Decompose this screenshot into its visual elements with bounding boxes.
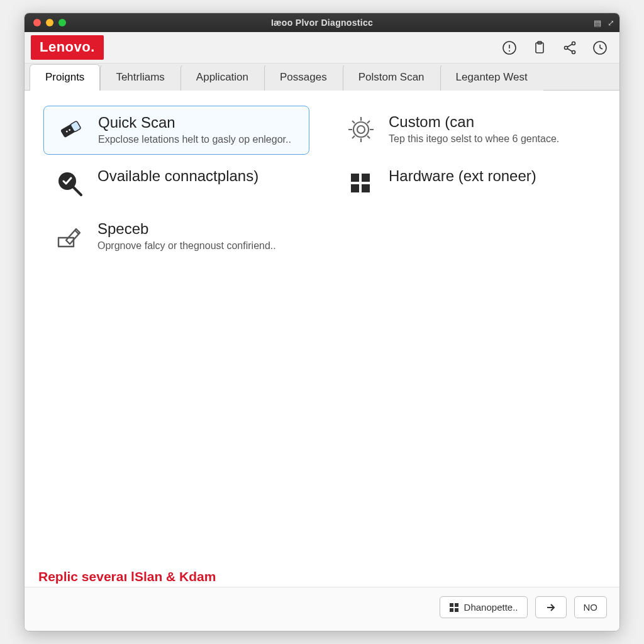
lenovo-logo: Lenovo. xyxy=(31,35,104,60)
svg-point-6 xyxy=(565,46,568,49)
svg-point-18 xyxy=(353,122,369,137)
svg-point-5 xyxy=(572,42,575,45)
tab-proignts[interactable]: Proignts xyxy=(30,64,100,91)
card-desc: Oprgnove falcy or thegnoust confiriend.. xyxy=(97,240,276,252)
alert-icon[interactable] xyxy=(501,40,518,56)
footer-note: Replic severaı lSlan & Kdam xyxy=(25,558,619,587)
titlebar-right-controls: ▤ ⤢ xyxy=(594,18,614,28)
svg-point-2 xyxy=(509,50,510,52)
footer-main-button-label: Dhanopette.. xyxy=(464,602,518,613)
svg-point-17 xyxy=(357,126,365,133)
eraser-icon xyxy=(54,114,87,147)
titlebar-expand-icon[interactable]: ⤢ xyxy=(608,18,614,28)
svg-rect-37 xyxy=(450,608,453,612)
titlebar: Iæoo Plvor Diagnosticc ▤ ⤢ xyxy=(25,13,619,32)
edit-note-icon xyxy=(53,220,86,253)
svg-line-25 xyxy=(352,136,355,138)
arrow-right-icon xyxy=(546,602,556,613)
card-title: Ovailable connactplans) xyxy=(97,167,258,185)
card-title: Quick Scan xyxy=(98,114,291,131)
card-available[interactable]: Ovailable connactplans) xyxy=(43,160,309,208)
card-title: Speceb xyxy=(97,220,276,238)
card-title: Hardware (ext roneer) xyxy=(389,167,536,185)
tab-legantep-west[interactable]: Legantep West xyxy=(440,64,543,91)
card-speceb[interactable]: Speceb Oprgnove falcy or thegnoust confi… xyxy=(43,213,309,260)
svg-rect-35 xyxy=(450,603,453,607)
svg-line-24 xyxy=(367,136,370,138)
footer-no-button[interactable]: NO xyxy=(574,596,608,618)
tab-tehtrliams[interactable]: Tehtrliams xyxy=(100,64,180,91)
svg-line-23 xyxy=(352,121,355,123)
svg-line-12 xyxy=(600,48,602,49)
card-desc: Expclose letations helt to gasly op enle… xyxy=(98,134,291,145)
svg-line-26 xyxy=(367,121,370,123)
content-area: Quick Scan Expclose letations helt to ga… xyxy=(25,91,619,558)
svg-rect-30 xyxy=(362,174,370,182)
tab-bar: Proignts Tehtrliams Application Possages… xyxy=(25,64,619,91)
svg-point-7 xyxy=(572,50,575,53)
magnifier-check-icon xyxy=(53,167,86,200)
svg-rect-29 xyxy=(351,174,359,182)
svg-rect-36 xyxy=(455,603,458,607)
window-title: Iæoo Plvor Diagnosticc xyxy=(25,18,619,28)
svg-rect-31 xyxy=(351,184,359,192)
footer-main-button[interactable]: Dhanopette.. xyxy=(440,596,528,618)
header: Lenovo. xyxy=(25,32,619,64)
footer-bar: Dhanopette.. NO xyxy=(25,587,619,631)
svg-line-28 xyxy=(74,187,81,195)
card-custom-scan[interactable]: Custom (can Tep this itego selst to whee… xyxy=(335,106,601,155)
svg-line-8 xyxy=(567,44,572,47)
share-icon[interactable] xyxy=(562,40,578,56)
windows-icon xyxy=(449,602,459,613)
header-icon-group xyxy=(501,40,608,56)
svg-rect-38 xyxy=(455,608,458,612)
card-hardware[interactable]: Hardware (ext roneer) xyxy=(335,160,601,208)
svg-rect-32 xyxy=(362,184,370,192)
svg-line-9 xyxy=(567,48,572,52)
card-title: Custom (can xyxy=(389,113,559,131)
app-window: Iæoo Plvor Diagnosticc ▤ ⤢ Lenovo. Proig… xyxy=(24,13,620,631)
tab-application[interactable]: Application xyxy=(180,64,264,91)
card-desc: Tep this itego selst to whee 6 gentace. xyxy=(389,133,559,145)
footer-arrow-button[interactable] xyxy=(535,596,567,618)
tab-polstom-scan[interactable]: Polstom Scan xyxy=(343,64,440,91)
clipboard-icon[interactable] xyxy=(531,40,548,56)
gear-icon xyxy=(345,113,377,146)
titlebar-menu-icon[interactable]: ▤ xyxy=(594,18,601,28)
grid-icon xyxy=(345,167,377,200)
footer-no-button-label: NO xyxy=(584,602,598,613)
card-quick-scan[interactable]: Quick Scan Expclose letations helt to ga… xyxy=(43,106,309,155)
clock-icon[interactable] xyxy=(592,40,608,56)
tab-possages[interactable]: Possages xyxy=(264,64,343,91)
